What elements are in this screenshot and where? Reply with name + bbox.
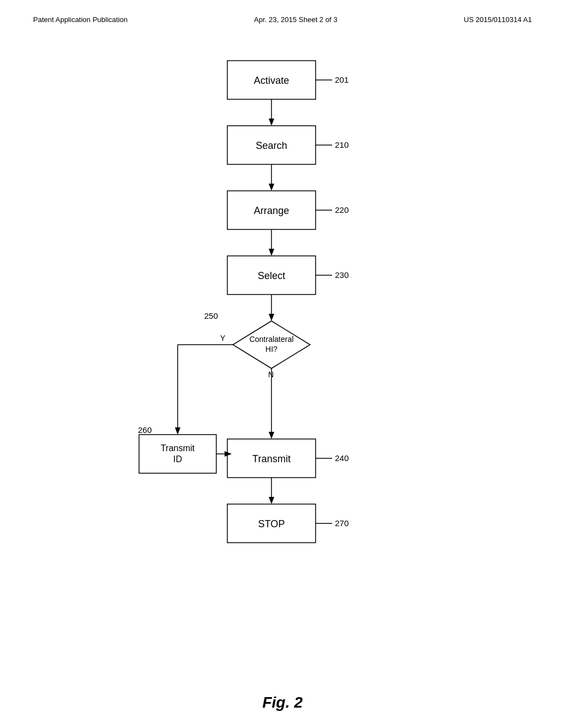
svg-rect-33 (139, 435, 216, 473)
svg-text:N: N (268, 370, 274, 379)
svg-text:STOP: STOP (258, 518, 285, 529)
header-left: Patent Application Publication (33, 15, 127, 24)
svg-marker-32 (175, 427, 180, 435)
svg-text:Arrange: Arrange (254, 205, 289, 216)
svg-marker-5 (269, 119, 274, 126)
svg-text:Activate: Activate (254, 75, 289, 86)
svg-text:Select: Select (258, 270, 285, 281)
svg-text:Transmit: Transmit (161, 443, 195, 453)
svg-text:201: 201 (335, 75, 349, 84)
flowchart: Activate 201 Search 210 Arrange 220 Sele… (89, 44, 476, 651)
svg-text:ID: ID (173, 454, 182, 464)
svg-text:Y: Y (220, 334, 226, 342)
svg-marker-23 (269, 314, 274, 321)
diagram-area: Activate 201 Search 210 Arrange 220 Sele… (0, 44, 565, 684)
svg-marker-38 (225, 451, 232, 457)
svg-marker-17 (269, 249, 274, 256)
svg-text:260: 260 (138, 425, 152, 435)
svg-text:240: 240 (335, 453, 349, 463)
svg-marker-11 (269, 184, 274, 191)
svg-marker-46 (269, 497, 274, 504)
svg-text:Contralateral: Contralateral (249, 335, 294, 344)
svg-text:250: 250 (204, 311, 218, 320)
figure-label: Fig. 2 (262, 694, 302, 711)
svg-text:270: 270 (335, 518, 349, 528)
header-right: US 2015/0110314 A1 (463, 15, 532, 24)
svg-text:HI?: HI? (265, 345, 278, 354)
header-center: Apr. 23, 2015 Sheet 2 of 3 (254, 15, 337, 24)
svg-text:210: 210 (335, 140, 349, 149)
svg-text:220: 220 (335, 205, 349, 215)
page-header: Patent Application Publication Apr. 23, … (0, 0, 565, 24)
svg-marker-40 (269, 432, 274, 439)
svg-text:230: 230 (335, 270, 349, 280)
svg-text:Transmit: Transmit (252, 453, 290, 464)
svg-text:Search: Search (255, 140, 287, 151)
